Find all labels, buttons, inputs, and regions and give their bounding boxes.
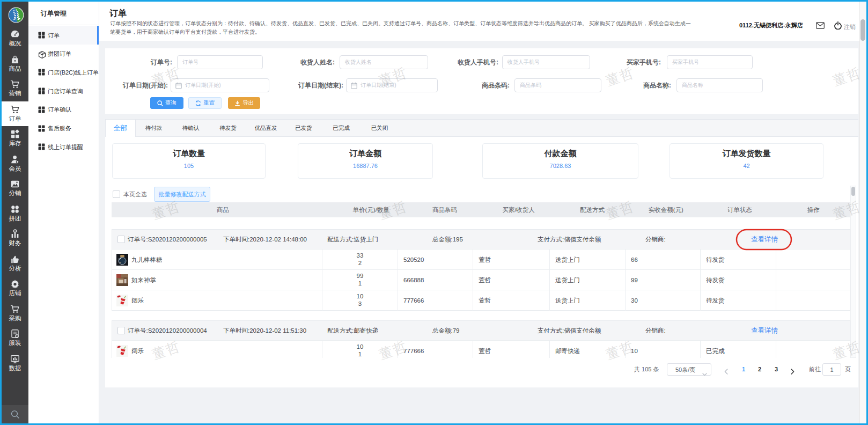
- tab-6[interactable]: 已完成: [322, 120, 361, 137]
- sidebar-search-button[interactable]: [2, 405, 28, 423]
- page-scrollbar[interactable]: [859, 2, 866, 423]
- tab-5[interactable]: 已发货: [285, 120, 322, 137]
- next-page-button[interactable]: [791, 367, 795, 379]
- column-header-4: 配送方式: [555, 202, 629, 217]
- sidebar-item-2[interactable]: 营销: [2, 76, 28, 101]
- page-number-1[interactable]: 1: [738, 363, 749, 376]
- brand-logo-icon[interactable]: [8, 7, 24, 23]
- cart-icon: [10, 79, 20, 90]
- sidebar-item-label: 服装: [2, 340, 28, 347]
- submenu-item-3[interactable]: 门店订单查询: [28, 82, 99, 100]
- primary-sidebar: 概况 商品 营销 订单 库存 会员 分销 拼团 财务 分析: [2, 2, 28, 423]
- logout-power-icon[interactable]: [834, 21, 842, 31]
- cell-delivery-method: 送货上门: [549, 290, 625, 311]
- goto-unit: 页: [845, 363, 851, 376]
- page-number-3[interactable]: 3: [771, 363, 782, 376]
- sidebar-item-label: 采购: [2, 315, 28, 322]
- submenu-item-6[interactable]: 线上订单提醒: [28, 137, 99, 156]
- submenu-item-1[interactable]: 拼团订单: [28, 45, 99, 63]
- page-number-2[interactable]: 2: [754, 363, 765, 376]
- prev-page-button[interactable]: [724, 367, 728, 379]
- order-block-0: 订单号:S2020120200000005 下单时间:2020-12-02 14…: [112, 229, 850, 311]
- calendar-icon: [351, 82, 357, 90]
- sidebar-item-10[interactable]: 店铺: [2, 276, 28, 301]
- input-placeholder: 订单号: [182, 58, 198, 66]
- order-status-tabs: 全部待付款待确认待发货优品直发已发货已完成已关闭: [105, 119, 858, 137]
- sidebar-item-label: 分销: [2, 190, 28, 197]
- tab-3[interactable]: 待发货: [210, 120, 246, 137]
- export-button[interactable]: 导出: [228, 97, 260, 109]
- batch-delivery-button[interactable]: 批量修改配送方式: [154, 187, 210, 202]
- sidebar-item-11[interactable]: 采购: [2, 301, 28, 326]
- goto-page-input[interactable]: 1: [822, 363, 841, 376]
- tab-1[interactable]: 待付款: [136, 120, 172, 137]
- tab-4[interactable]: 优品直发: [246, 120, 285, 137]
- submenu-item-5[interactable]: 售后服务: [28, 119, 99, 138]
- select-all-label: 本页全选: [123, 190, 147, 199]
- quantity: 1: [322, 280, 398, 287]
- stat-card-0: 订单数量 105: [112, 143, 266, 179]
- quantity: 3: [322, 301, 398, 307]
- product-name: 阔乐: [131, 297, 144, 305]
- stat-title: 订单发货数量: [670, 149, 823, 159]
- cell-amount-received: 99: [625, 270, 700, 290]
- order-checkbox[interactable]: [117, 327, 125, 334]
- sidebar-item-1[interactable]: 商品: [2, 52, 28, 76]
- select-all-checkbox[interactable]: [113, 190, 120, 198]
- logout-link[interactable]: 注销: [844, 23, 856, 31]
- sidebar-item-3[interactable]: 订单: [2, 101, 28, 126]
- quantity: 2: [322, 260, 398, 267]
- product-name: 阔乐: [131, 347, 144, 355]
- table-scrollbar[interactable]: [850, 186, 856, 358]
- product-name: 九儿棒棒糖: [131, 256, 163, 264]
- cell-row-actions: [776, 290, 850, 311]
- input-placeholder: 买家手机号: [672, 58, 699, 66]
- sidebar-item-13[interactable]: 数据: [2, 351, 28, 376]
- sidebar-item-8[interactable]: 财务: [2, 226, 28, 251]
- search-icon: [11, 410, 20, 419]
- sidebar-item-12[interactable]: 服装: [2, 326, 28, 350]
- sidebar-item-6[interactable]: 分销: [2, 176, 28, 201]
- filter-input-3[interactable]: 买家手机号: [667, 55, 753, 69]
- product-name: 如来神掌: [131, 276, 156, 284]
- submenu-title: 订单管理: [41, 9, 67, 18]
- cell-barcode: 777666: [398, 341, 473, 358]
- cola-cup-image: [116, 295, 128, 306]
- filter-label-3: 买家手机号:: [570, 58, 661, 67]
- cell-price-qty: 99 1: [322, 270, 398, 290]
- order-distributor: 分销商:: [645, 327, 666, 335]
- tab-0[interactable]: 全部: [105, 120, 136, 137]
- sidebar-item-7[interactable]: 拼团: [2, 201, 28, 226]
- monitor-icon: [10, 354, 20, 364]
- order-delivery: 配送方式:邮寄快递: [327, 327, 378, 335]
- stat-card-3: 订单发货数量 42: [670, 143, 823, 179]
- input-placeholder: 订单日期(开始): [185, 82, 221, 89]
- cell-order-status: 待发货: [700, 250, 776, 270]
- search-button[interactable]: 查询: [150, 97, 183, 109]
- view-detail-link[interactable]: 查看详情: [751, 326, 778, 335]
- order-checkbox[interactable]: [117, 236, 125, 243]
- grid-icon: [38, 69, 45, 77]
- submenu-item-4[interactable]: 订单确认: [28, 100, 99, 119]
- sidebar-item-4[interactable]: 库存: [2, 126, 28, 151]
- cell-product: 如来神掌: [112, 270, 322, 290]
- submenu-item-label: 拼团订单: [48, 50, 71, 58]
- mail-icon[interactable]: [816, 22, 825, 30]
- submenu-item-2[interactable]: 门店(B2C)线上订单: [28, 63, 99, 82]
- view-detail-link[interactable]: 查看详情: [751, 235, 778, 244]
- filter-input-7[interactable]: 商品名称: [676, 78, 763, 92]
- reset-button[interactable]: 重置: [188, 97, 222, 109]
- tab-2[interactable]: 待确认: [172, 120, 210, 137]
- search-icon: [157, 100, 163, 106]
- order-no: 订单号:S2020120200000005: [128, 236, 207, 244]
- sidebar-item-5[interactable]: 会员: [2, 151, 28, 176]
- input-placeholder: 收货人手机号: [507, 58, 540, 66]
- page-description-line2: 笔要货单，用于商家确认订单向平台支付货款，平台进行发货。: [110, 28, 260, 36]
- order-time: 下单时间:2020-12-02 14:48:00: [223, 236, 307, 244]
- page-size-select[interactable]: 50条/页: [667, 363, 711, 376]
- inventory-icon: [10, 129, 20, 140]
- sidebar-item-9[interactable]: 分析: [2, 251, 28, 276]
- submenu-item-0[interactable]: 订单: [28, 26, 99, 45]
- tab-7[interactable]: 已关闭: [361, 120, 399, 137]
- sidebar-item-0[interactable]: 概况: [2, 26, 28, 51]
